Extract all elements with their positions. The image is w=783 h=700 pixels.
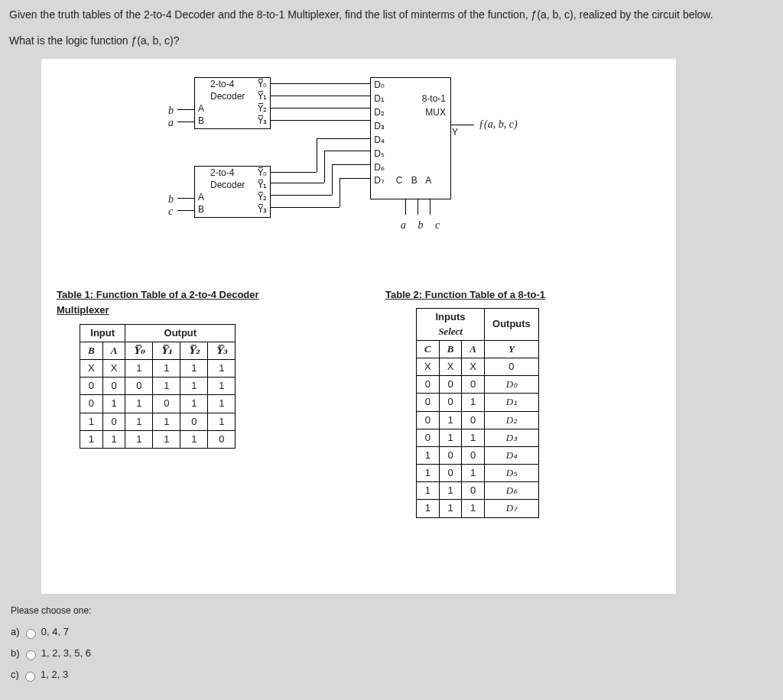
table-cell: D₀ [485, 376, 539, 394]
option-a-text: 0, 4, 7 [41, 626, 69, 637]
mux-d2: D₂ [371, 106, 388, 119]
decoder-top-out2: Y̅₂ [207, 102, 270, 115]
option-c-radio[interactable] [25, 672, 35, 682]
table2-hdr-outputs: Outputs [485, 309, 539, 340]
table-cell: D₆ [485, 482, 539, 500]
table-row: 011011 [80, 395, 236, 413]
option-a[interactable]: a) 0, 4, 7 [11, 625, 774, 639]
table-cell: 1 [153, 413, 180, 430]
output-func: ƒ(a, b, c) [479, 117, 518, 132]
table-cell: 1 [417, 446, 440, 464]
table-cell: 1 [417, 500, 440, 517]
mux-d4: D₄ [371, 134, 388, 147]
table-cell: 0 [80, 395, 103, 413]
table-cell: 0 [102, 413, 125, 430]
option-b-radio[interactable] [26, 650, 36, 660]
table-cell: 0 [439, 394, 462, 411]
circuit-diagram: 2-to-4 Y̅₀ Decoder Y̅₁ A Y̅₂ B Y̅₃ [148, 74, 607, 280]
mux-sel-signals: a b c [401, 218, 444, 233]
table-row: 100D₄ [417, 446, 539, 464]
table-cell: 0 [439, 376, 462, 394]
table-cell: D₇ [485, 500, 539, 517]
option-c-prefix: c) [11, 669, 19, 680]
decoder-bottom-out1: Y̅₁ [245, 179, 270, 191]
table-cell: D₄ [485, 446, 539, 464]
table1: Input Output B A Y̅₀ Y̅₁ Y̅₂ Y̅₃ XX11110… [80, 324, 236, 449]
option-b-prefix: b) [11, 647, 20, 659]
table-cell: 0 [102, 378, 125, 395]
table1-title-extra: Multiplexer [57, 303, 332, 317]
table-cell: 1 [439, 500, 462, 517]
table-cell: 1 [80, 430, 103, 448]
table-cell: 1 [125, 413, 153, 430]
table-cell: 1 [439, 482, 462, 500]
table-cell: 0 [208, 430, 236, 448]
table-cell: 1 [180, 430, 208, 448]
content-panel: 2-to-4 Y̅₀ Decoder Y̅₁ A Y̅₂ B Y̅₃ [41, 59, 676, 594]
decoder-bottom-sig-c: c [168, 204, 173, 219]
decoder-top-out3: Y̅₃ [207, 115, 270, 127]
decoder-top-out0: Y̅₀ [239, 78, 270, 90]
question-intro: Given the truth tables of the 2-to-4 Dec… [9, 8, 774, 23]
table-cell: X [439, 358, 462, 375]
table1-hdr-output: Output [125, 324, 236, 342]
table-cell: 1 [153, 430, 180, 448]
table-row: 101101 [80, 413, 236, 430]
table-cell: 0 [439, 465, 462, 482]
table-cell: 0 [485, 358, 539, 375]
table-row: 000111 [80, 378, 236, 395]
table-row: 010D₂ [417, 411, 539, 429]
decoder-bottom-out3: Y̅₃ [207, 203, 270, 216]
table1-col-Y0: Y̅₀ [125, 342, 153, 359]
table-cell: 0 [462, 482, 485, 500]
table-cell: 1 [102, 395, 125, 413]
table-cell: 1 [462, 429, 485, 446]
table-cell: D₂ [485, 411, 539, 429]
option-a-prefix: a) [11, 626, 20, 637]
table-cell: 0 [417, 429, 440, 446]
option-a-radio[interactable] [26, 629, 36, 639]
option-b[interactable]: b) 1, 2, 3, 5, 6 [11, 647, 774, 660]
table-cell: 1 [180, 395, 208, 413]
table-cell: 1 [208, 359, 236, 377]
table-cell: 1 [462, 500, 485, 517]
table-cell: 0 [125, 378, 153, 395]
table-row: 011D₃ [417, 429, 539, 446]
option-c[interactable]: c) 1, 2, 3 [11, 668, 774, 682]
table-cell: 1 [125, 359, 153, 377]
table-cell: 1 [125, 395, 153, 413]
table-cell: 1 [180, 359, 208, 377]
table-cell: 0 [462, 411, 485, 429]
mux-d7: D₇ [371, 174, 388, 187]
table2-col-C: C [417, 340, 440, 358]
table-cell: 0 [417, 411, 440, 429]
mux-d6: D₆ [371, 161, 388, 174]
decoder-bottom-title: 2-to-4 [207, 167, 239, 179]
table-cell: 0 [462, 446, 485, 464]
decoder-bottom: 2-to-4 Y̅₀ Decoder Y̅₁ A Y̅₂ B Y̅₃ [194, 166, 271, 218]
table2-hdr-inputs: Inputs Select [417, 309, 485, 340]
decoder-bottom-out2: Y̅₂ [207, 191, 270, 203]
table-cell: 1 [180, 378, 208, 395]
option-b-text: 1, 2, 3, 5, 6 [41, 647, 91, 659]
table1-col-Y2: Y̅₂ [180, 342, 208, 359]
table-cell: 1 [102, 430, 125, 448]
options-prompt: Please choose one: [11, 604, 774, 617]
table-cell: 1 [208, 395, 236, 413]
table-cell: 0 [462, 376, 485, 394]
table-cell: 1 [208, 413, 236, 430]
table-cell: 1 [80, 413, 103, 430]
table-row: XX1111 [80, 359, 236, 377]
mux-d1: D₁ [371, 92, 388, 105]
question-sub: What is the logic function ƒ(a, b, c)? [9, 34, 774, 49]
decoder-top-title: 2-to-4 [207, 78, 239, 90]
table-cell: 1 [153, 378, 180, 395]
table2-col-Y: Y [485, 340, 539, 358]
table-cell: 0 [80, 378, 103, 395]
table1-title: Table 1: Function Table of a 2-to-4 Deco… [57, 288, 332, 302]
decoder-top-inA: A [195, 102, 207, 115]
table-cell: X [102, 359, 125, 377]
decoder-top-inB: B [195, 115, 207, 127]
mux-title2: MUX [388, 106, 450, 119]
table-cell: 0 [417, 376, 440, 394]
